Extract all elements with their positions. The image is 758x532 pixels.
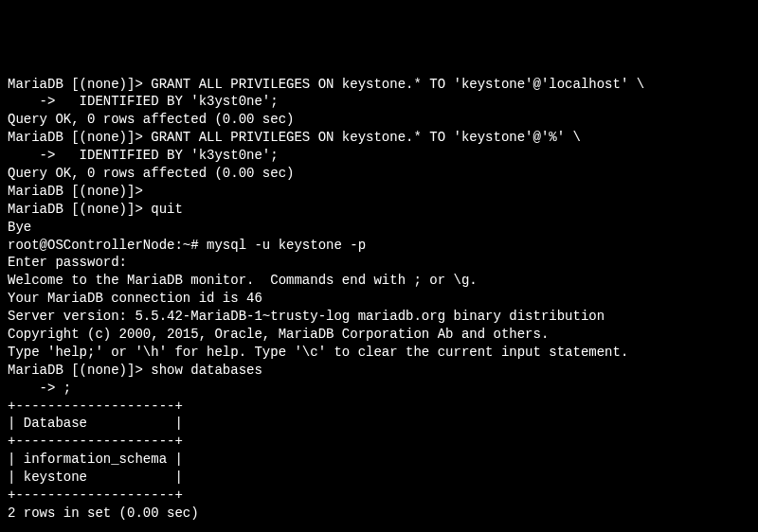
- terminal-line: MariaDB [(none)]> quit: [8, 201, 750, 219]
- terminal-line: Query OK, 0 rows affected (0.00 sec): [8, 111, 750, 129]
- terminal-line: MariaDB [(none)]> show databases: [8, 362, 750, 380]
- terminal-line: Your MariaDB connection id is 46: [8, 290, 750, 308]
- terminal-line: Welcome to the MariaDB monitor. Commands…: [8, 272, 750, 290]
- terminal-line: 2 rows in set (0.00 sec): [8, 505, 750, 523]
- terminal-line: MariaDB [(none)]> GRANT ALL PRIVILEGES O…: [8, 129, 750, 147]
- terminal-line: Type 'help;' or '\h' for help. Type '\c'…: [8, 344, 750, 362]
- terminal-line: root@OSControllerNode:~# mysql -u keysto…: [8, 237, 750, 255]
- terminal-line: MariaDB [(none)]>: [8, 183, 750, 201]
- terminal-line: -> ;: [8, 380, 750, 398]
- terminal-line: | Database |: [8, 415, 750, 433]
- terminal-line: Copyright (c) 2000, 2015, Oracle, MariaD…: [8, 326, 750, 344]
- terminal-line: +--------------------+: [8, 433, 750, 451]
- terminal-line: +--------------------+: [8, 398, 750, 416]
- terminal-line: Server version: 5.5.42-MariaDB-1~trusty-…: [8, 308, 750, 326]
- terminal-line: Bye: [8, 219, 750, 237]
- terminal-line: | information_schema |: [8, 451, 750, 469]
- terminal-line: | keystone |: [8, 469, 750, 487]
- terminal-line: -> IDENTIFIED BY 'k3yst0ne';: [8, 93, 750, 111]
- terminal-line: MariaDB [(none)]> GRANT ALL PRIVILEGES O…: [8, 76, 750, 94]
- terminal-line: Enter password:: [8, 254, 750, 272]
- terminal-line: +--------------------+: [8, 487, 750, 505]
- terminal-output[interactable]: MariaDB [(none)]> GRANT ALL PRIVILEGES O…: [8, 76, 750, 523]
- terminal-line: -> IDENTIFIED BY 'k3yst0ne';: [8, 147, 750, 165]
- terminal-line: Query OK, 0 rows affected (0.00 sec): [8, 165, 750, 183]
